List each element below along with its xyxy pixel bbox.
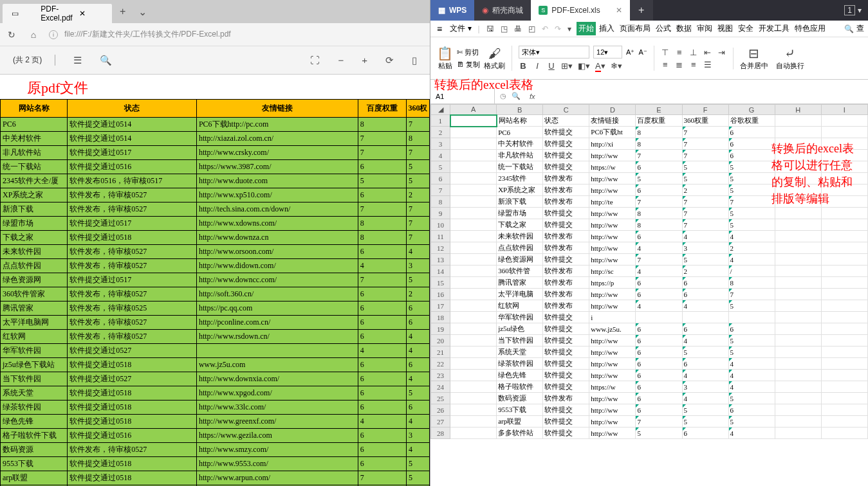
new-tab-button[interactable]: +	[112, 6, 133, 17]
grid-cell[interactable]	[821, 254, 867, 266]
grid-cell[interactable]	[821, 428, 867, 439]
grid-cell[interactable]: 5	[728, 173, 775, 184]
row-number[interactable]: 5	[431, 161, 450, 173]
fit-page-icon[interactable]: ⛶	[310, 55, 320, 66]
search-icon[interactable]: 🔍	[100, 55, 112, 66]
grid-cell[interactable]	[821, 370, 867, 381]
grid-cell[interactable]	[450, 358, 497, 370]
grid-cell[interactable]: 7	[682, 138, 728, 150]
grid-cell[interactable]	[450, 312, 497, 323]
grid-cell[interactable]	[450, 161, 497, 173]
indent-left-icon[interactable]: ⇤	[703, 48, 712, 57]
align-bottom-icon[interactable]: ⊥	[689, 48, 698, 57]
grid-cell[interactable]	[450, 404, 497, 416]
grid-cell[interactable]	[775, 300, 821, 312]
grid-cell[interactable]: 5	[636, 428, 682, 439]
search-box[interactable]: 🔍查	[844, 23, 864, 34]
grid-cell[interactable]: http://ww	[589, 150, 636, 161]
grid-cell[interactable]: 5	[728, 335, 775, 346]
row-number[interactable]: 11	[431, 231, 450, 242]
grid-cell[interactable]: 6	[728, 404, 775, 416]
grid-cell[interactable]: 2	[682, 184, 728, 196]
grid-cell[interactable]: 百度权重	[636, 115, 682, 127]
grid-cell[interactable]	[821, 266, 867, 277]
grid-cell[interactable]	[450, 196, 497, 208]
grid-cell[interactable]: http://ww	[589, 404, 636, 416]
grid-cell[interactable]	[450, 184, 497, 196]
grid-cell[interactable]: 软件发布	[543, 277, 589, 289]
grid-cell[interactable]: 8	[636, 127, 682, 138]
wrap-icon[interactable]: ⤶	[776, 46, 804, 61]
grid-cell[interactable]	[821, 208, 867, 219]
grid-cell[interactable]: 6	[636, 161, 682, 173]
grid-cell[interactable]: 软件提交	[543, 254, 589, 266]
grid-cell[interactable]	[821, 115, 867, 127]
merge-icon[interactable]: ⊟	[740, 46, 768, 61]
grid-cell[interactable]	[775, 370, 821, 381]
grid-cell[interactable]	[450, 381, 497, 393]
grid-cell[interactable]: 新浪下载	[497, 196, 543, 208]
grid-cell[interactable]: 软件发布	[543, 173, 589, 184]
grid-cell[interactable]: 5	[728, 300, 775, 312]
grid-cell[interactable]: 4	[636, 266, 682, 277]
grid-cell[interactable]: 统一下载站	[497, 161, 543, 173]
grid-cell[interactable]	[821, 416, 867, 428]
grid-cell[interactable]	[775, 323, 821, 335]
grid-cell[interactable]: 网站名称	[497, 115, 543, 127]
row-number[interactable]: 25	[431, 393, 450, 404]
grid-cell[interactable]	[821, 381, 867, 393]
row-number[interactable]: 4	[431, 150, 450, 161]
grid-cell[interactable]: 软件发布	[543, 242, 589, 254]
phonetic-button[interactable]: ❄▾	[611, 61, 622, 71]
ribbon-tab[interactable]: 开发工具	[757, 22, 791, 35]
grid-cell[interactable]: PC6下载ht	[589, 127, 636, 138]
grid-cell[interactable]: 当下软件园	[497, 335, 543, 346]
grid-cell[interactable]: 7	[636, 196, 682, 208]
grid-cell[interactable]	[821, 335, 867, 346]
grid-cell[interactable]	[450, 416, 497, 428]
grid-cell[interactable]: http://sc	[589, 266, 636, 277]
grid-cell[interactable]	[775, 289, 821, 300]
grid-cell[interactable]: 软件发布	[543, 300, 589, 312]
grid-cell[interactable]: http://te	[589, 196, 636, 208]
grid-cell[interactable]: https://p	[589, 277, 636, 289]
wps-shop-tab[interactable]: ◉稻壳商城	[474, 0, 531, 21]
grid-cell[interactable]: 7	[728, 196, 775, 208]
grid-cell[interactable]: 软件提交	[543, 150, 589, 161]
grid-cell[interactable]: 未来软件园	[497, 231, 543, 242]
paste-icon[interactable]: 📋	[437, 46, 453, 61]
indent-right-icon[interactable]: ⇥	[717, 48, 726, 57]
grid-cell[interactable]: 6	[636, 393, 682, 404]
grid-cell[interactable]: http://ww	[589, 208, 636, 219]
row-number[interactable]: 20	[431, 335, 450, 346]
ribbon-tab[interactable]: 视图	[716, 22, 735, 35]
qat-dropdown-icon[interactable]: ▾	[568, 24, 571, 33]
grid-cell[interactable]: 5	[682, 161, 728, 173]
grid-cell[interactable]: 6	[636, 358, 682, 370]
grid-cell[interactable]: arp联盟	[497, 416, 543, 428]
grid-cell[interactable]	[775, 277, 821, 289]
grid-cell[interactable]	[821, 346, 867, 358]
grid-cell[interactable]: https://w	[589, 381, 636, 393]
grid-cell[interactable]: 3	[682, 381, 728, 393]
grid-cell[interactable]: 5	[682, 404, 728, 416]
row-number[interactable]: 10	[431, 219, 450, 231]
grid-cell[interactable]: 8	[728, 277, 775, 289]
grid-cell[interactable]: 5	[728, 208, 775, 219]
grid-cell[interactable]: http://ww	[589, 335, 636, 346]
browser-tab-active[interactable]: ▭ PDF-Excel.pdf ✕	[3, 4, 112, 23]
grid-cell[interactable]: 绿色资源网	[497, 254, 543, 266]
grid-cell[interactable]: https://w	[589, 161, 636, 173]
grid-cell[interactable]: 6	[636, 323, 682, 335]
row-number[interactable]: 18	[431, 312, 450, 323]
layout-icon[interactable]: ▯	[412, 55, 417, 66]
grid-cell[interactable]: 腾讯管家	[497, 277, 543, 289]
grid-cell[interactable]: 6	[728, 323, 775, 335]
grid-cell[interactable]	[821, 219, 867, 231]
bold-button[interactable]: B	[519, 61, 528, 71]
preview-icon[interactable]: ◰	[528, 24, 535, 33]
grid-cell[interactable]	[775, 231, 821, 242]
grid-cell[interactable]: 4	[682, 231, 728, 242]
align-middle-icon[interactable]: ≡	[675, 48, 684, 57]
grid-cell[interactable]	[821, 127, 867, 138]
